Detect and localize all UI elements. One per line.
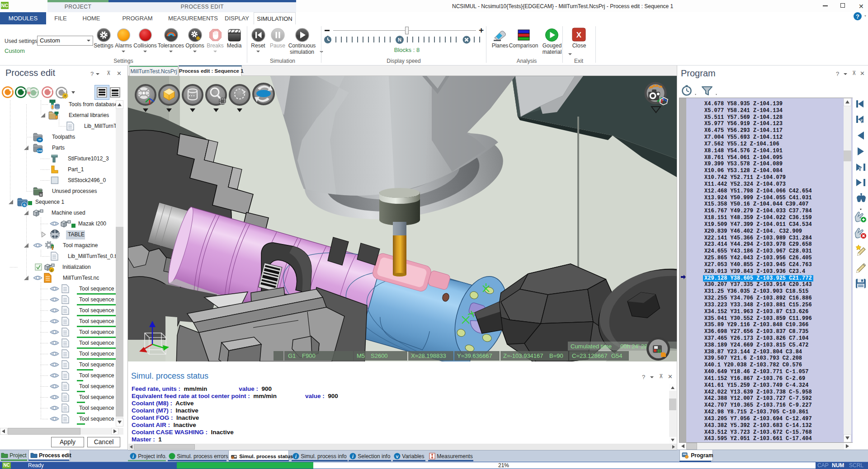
svg-text:i: i <box>352 454 354 459</box>
svg-text:V: V <box>396 455 398 459</box>
svg-text:i: i <box>132 454 134 459</box>
svg-text:i: i <box>295 454 297 459</box>
